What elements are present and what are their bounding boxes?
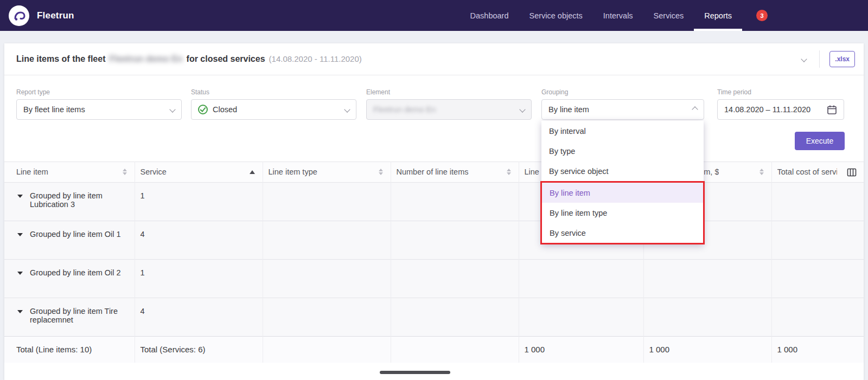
execute-row: Execute (4, 132, 845, 150)
service-count: 4 (135, 221, 263, 260)
status-label: Status (191, 88, 356, 96)
column-header-service[interactable]: Service (135, 162, 263, 183)
column-header-total-cost[interactable]: Total cost of services, $ (771, 162, 864, 183)
column-picker-icon[interactable] (847, 168, 857, 179)
service-count: 1 (135, 260, 263, 298)
brand-title: Fleetrun (37, 10, 74, 21)
nav-item-reports[interactable]: Reports (694, 0, 742, 31)
header-divider (819, 50, 820, 68)
filters-row: Report type By fleet line items Status C… (16, 88, 852, 120)
grouping-option-by-service[interactable]: By service (542, 223, 703, 243)
element-value-blurred: Fleetrun demo En (373, 105, 436, 114)
red-highlight-box: By line item By line item type By servic… (540, 181, 705, 244)
report-card: Line items of the fleet Fleetrun demo En… (4, 43, 864, 380)
chevron-down-icon (344, 106, 350, 112)
chevron-up-icon (692, 106, 698, 112)
element-select: Fleetrun demo En (366, 99, 532, 120)
group-label: Grouped by line item Tire replacemnet (30, 307, 129, 324)
report-type-select[interactable]: By fleet line items (16, 99, 182, 120)
table-row: Grouped by line item Oil 2 1 (4, 260, 864, 298)
fleet-name-blurred: Fleetrun demo En (109, 54, 182, 64)
table-total-row: Total (Line items: 10) Total (Services: … (4, 337, 864, 363)
filter-element: Element Fleetrun demo En (366, 88, 532, 120)
report-title-prefix: Line items of the fleet (16, 54, 105, 64)
grouping-dropdown: By interval By type By service object By… (541, 121, 704, 244)
total-cost-per-line-item: 1 000 (643, 337, 771, 363)
sort-icon (760, 169, 766, 175)
table-row: Grouped by line item Oil 1 4 (4, 221, 864, 260)
grouping-option-by-type[interactable]: By type (541, 141, 704, 161)
report-table: Line item Service Line item type Number … (4, 162, 864, 363)
nav-item-services[interactable]: Services (643, 0, 694, 31)
grouping-option-by-line-item-type[interactable]: By line item type (542, 203, 703, 223)
table-row: Grouped by line item Lubrication 3 1 (4, 183, 864, 221)
execute-button[interactable]: Execute (795, 132, 845, 150)
filter-status: Status Closed (191, 88, 356, 120)
expand-row-icon[interactable] (17, 310, 23, 313)
status-select[interactable]: Closed (191, 99, 356, 120)
status-closed-check-icon (198, 105, 208, 114)
report-type-label: Report type (16, 88, 182, 96)
column-header-line-item-type[interactable]: Line item type (263, 162, 391, 183)
chevron-down-icon (519, 106, 525, 112)
group-label: Grouped by line item Lubrication 3 (30, 191, 129, 209)
notification-badge[interactable]: 3 (756, 10, 768, 21)
service-count: 1 (135, 183, 263, 221)
filter-grouping: Grouping By line item (541, 88, 704, 120)
expand-row-icon[interactable] (17, 233, 23, 236)
time-period-value: 14.08.2020 – 11.11.2020 (724, 105, 810, 114)
sort-icon (379, 169, 385, 175)
report-period: (14.08.2020 - 11.11.2020) (269, 54, 362, 63)
column-header-number-of-line-items[interactable]: Number of line items (391, 162, 519, 183)
total-line-items: Total (Line items: 10) (4, 337, 135, 363)
nav-item-service-objects[interactable]: Service objects (519, 0, 592, 31)
nav-item-dashboard[interactable]: Dashboard (460, 0, 519, 31)
sort-icon (123, 169, 129, 175)
table-header-row: Line item Service Line item type Number … (4, 162, 864, 183)
fleetrun-logo-icon (9, 5, 29, 26)
sort-icon (507, 169, 513, 175)
column-header-line-item[interactable]: Line item (4, 162, 135, 183)
main-navigation: Dashboard Service objects Intervals Serv… (460, 0, 742, 31)
nav-item-intervals[interactable]: Intervals (593, 0, 643, 31)
expand-row-icon[interactable] (17, 272, 23, 275)
group-label: Grouped by line item Oil 1 (30, 230, 121, 239)
element-label: Element (366, 88, 532, 96)
horizontal-scrollbar-thumb[interactable] (380, 371, 450, 374)
export-xlsx-button[interactable]: .xlsx (829, 51, 855, 67)
report-header-row: Line items of the fleet Fleetrun demo En… (4, 43, 864, 75)
time-period-input[interactable]: 14.08.2020 – 11.11.2020 (717, 99, 844, 120)
total-services: Total (Services: 6) (135, 337, 263, 363)
report-title-suffix: for closed services (187, 54, 265, 64)
grouping-option-by-line-item[interactable]: By line item (542, 183, 703, 203)
top-navbar: Fleetrun Dashboard Service objects Inter… (0, 0, 868, 31)
total-line-item-cost: 1 000 (519, 337, 643, 363)
status-value: Closed (213, 105, 237, 114)
grouping-select[interactable]: By line item (541, 99, 704, 120)
filter-time-period: Time period 14.08.2020 – 11.11.2020 (717, 88, 844, 120)
grouping-label: Grouping (541, 88, 704, 96)
time-period-label: Time period (717, 88, 844, 96)
filter-report-type: Report type By fleet line items (16, 88, 182, 120)
service-count: 4 (135, 298, 263, 337)
report-type-value: By fleet line items (23, 105, 85, 114)
grouping-value: By line item (548, 105, 589, 114)
expand-row-icon[interactable] (17, 195, 23, 198)
total-cost: 1 000 (771, 337, 864, 363)
collapse-report-chevron-icon[interactable] (801, 56, 807, 62)
report-title: Line items of the fleet Fleetrun demo En… (16, 54, 362, 64)
sort-ascending-icon (250, 170, 257, 174)
grouping-option-by-service-object[interactable]: By service object (541, 161, 704, 181)
chevron-down-icon (169, 106, 175, 112)
calendar-icon[interactable] (827, 105, 837, 115)
table-row: Grouped by line item Tire replacemnet 4 (4, 298, 864, 337)
group-label: Grouped by line item Oil 2 (30, 268, 121, 277)
grouping-option-by-interval[interactable]: By interval (541, 121, 704, 141)
